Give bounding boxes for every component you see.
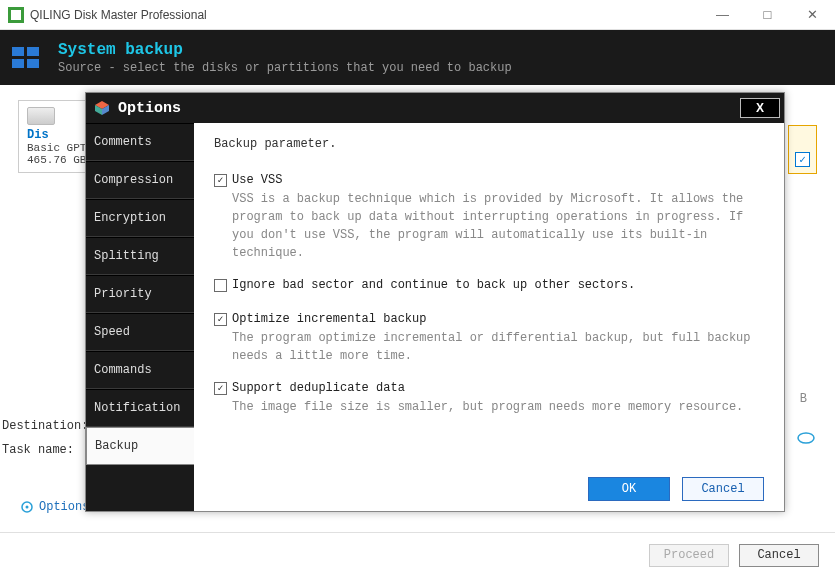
minimize-button[interactable]: — — [700, 0, 745, 30]
footer: Proceed Cancel — [0, 532, 835, 577]
hidden-text: B — [800, 392, 807, 406]
window-titlebar: QILING Disk Master Professional — □ ✕ — [0, 0, 835, 30]
window-title: QILING Disk Master Professional — [30, 8, 207, 22]
svg-rect-1 — [11, 10, 21, 20]
svg-point-8 — [26, 506, 29, 509]
svg-point-6 — [798, 433, 814, 443]
dialog-title: Options — [118, 100, 181, 117]
use-vss-desc: VSS is a backup technique which is provi… — [232, 190, 764, 262]
sidebar-item-commands[interactable]: Commands — [86, 351, 194, 389]
use-vss-checkbox[interactable]: ✓ — [214, 174, 227, 187]
sidebar-item-splitting[interactable]: Splitting — [86, 237, 194, 275]
banner-icon — [12, 42, 44, 74]
page-subtitle: Source - select the disks or partitions … — [58, 61, 512, 75]
disk-icon — [27, 107, 55, 125]
maximize-button[interactable]: □ — [745, 0, 790, 30]
dialog-close-button[interactable]: X — [740, 98, 780, 118]
dedup-checkbox[interactable]: ✓ — [214, 382, 227, 395]
dialog-icon — [94, 100, 110, 116]
svg-rect-5 — [27, 59, 39, 68]
optimize-desc: The program optimize incremental or diff… — [232, 329, 764, 365]
dialog-buttons: OK Cancel — [214, 469, 764, 501]
option-ignore-row[interactable]: Ignore bad sector and continue to back u… — [214, 278, 764, 292]
sidebar-item-compression[interactable]: Compression — [86, 161, 194, 199]
dialog-sidebar: Comments Compression Encryption Splittin… — [86, 123, 194, 511]
sidebar-item-speed[interactable]: Speed — [86, 313, 194, 351]
svg-rect-3 — [27, 47, 39, 56]
options-dialog: Options X Comments Compression Encryptio… — [85, 92, 785, 512]
page-title: System backup — [58, 41, 512, 59]
window-controls: — □ ✕ — [700, 0, 835, 30]
sidebar-item-encryption[interactable]: Encryption — [86, 199, 194, 237]
options-link[interactable]: Options — [20, 500, 89, 514]
option-use-vss-row[interactable]: ✓ Use VSS — [214, 173, 764, 187]
dialog-content: Backup parameter. ✓ Use VSS VSS is a bac… — [194, 123, 784, 511]
sidebar-item-backup[interactable]: Backup — [86, 427, 194, 465]
partition-checkbox[interactable]: ✓ — [795, 152, 810, 167]
options-link-label: Options — [39, 500, 89, 514]
option-use-vss: ✓ Use VSS VSS is a backup technique whic… — [214, 173, 764, 272]
sidebar-item-priority[interactable]: Priority — [86, 275, 194, 313]
svg-rect-2 — [12, 47, 24, 56]
close-button[interactable]: ✕ — [790, 0, 835, 30]
dedup-label: Support deduplicate data — [232, 381, 405, 395]
optimize-label: Optimize incremental backup — [232, 312, 426, 326]
optimize-checkbox[interactable]: ✓ — [214, 313, 227, 326]
option-optimize-incremental: ✓ Optimize incremental backup The progra… — [214, 312, 764, 375]
option-ignore-bad-sector: Ignore bad sector and continue to back u… — [214, 278, 764, 306]
selection-panel: ✓ — [788, 125, 817, 174]
dialog-cancel-button[interactable]: Cancel — [682, 477, 764, 501]
use-vss-label: Use VSS — [232, 173, 282, 187]
page-banner: System backup Source - select the disks … — [0, 30, 835, 85]
dialog-ok-button[interactable]: OK — [588, 477, 670, 501]
proceed-button[interactable]: Proceed — [649, 544, 729, 567]
option-dedup-row[interactable]: ✓ Support deduplicate data — [214, 381, 764, 395]
sidebar-item-comments[interactable]: Comments — [86, 123, 194, 161]
cloud-icon[interactable] — [797, 430, 815, 448]
cancel-button[interactable]: Cancel — [739, 544, 819, 567]
ignore-checkbox[interactable] — [214, 279, 227, 292]
option-support-dedup: ✓ Support deduplicate data The image fil… — [214, 381, 764, 426]
content-heading: Backup parameter. — [214, 137, 764, 151]
svg-rect-4 — [12, 59, 24, 68]
dedup-desc: The image file size is smaller, but prog… — [232, 398, 764, 416]
dialog-body: Comments Compression Encryption Splittin… — [86, 123, 784, 511]
sidebar-item-notification[interactable]: Notification — [86, 389, 194, 427]
gear-icon — [20, 500, 34, 514]
ignore-label: Ignore bad sector and continue to back u… — [232, 278, 635, 292]
dialog-titlebar: Options X — [86, 93, 784, 123]
app-icon — [8, 7, 24, 23]
option-optimize-row[interactable]: ✓ Optimize incremental backup — [214, 312, 764, 326]
